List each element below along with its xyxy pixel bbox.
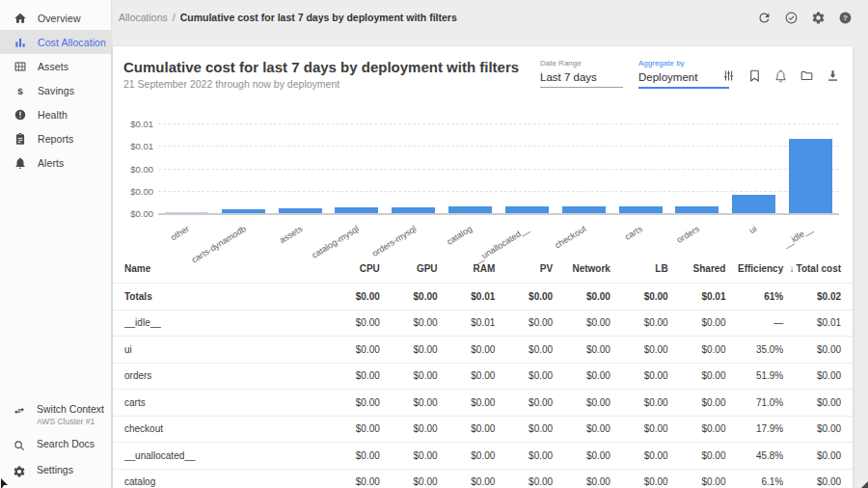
cell-name: checkout (124, 423, 322, 434)
cell-shared: $0.00 (668, 397, 726, 408)
cell-network: $0.00 (553, 317, 610, 328)
x-axis-label-__unallocated__: __unallocated__ (499, 215, 556, 244)
cell-gpu: $0.00 (380, 423, 438, 434)
x-axis-label-__idle__: __idle__ (782, 215, 839, 244)
cell-pv: $0.00 (495, 344, 553, 355)
cell-cpu: $0.00 (322, 423, 380, 434)
x-axis-label-text: catalog (446, 224, 475, 247)
cell-efficiency: 6.1% (725, 476, 783, 487)
column-header-gpu[interactable]: GPU (380, 263, 438, 274)
cell-pv: $0.00 (495, 423, 553, 434)
column-header-ram[interactable]: RAM (438, 263, 496, 274)
check-circle-icon[interactable] (784, 11, 799, 25)
sort-desc-icon: ↓ (790, 263, 795, 274)
column-header-lb[interactable]: LB (610, 263, 668, 274)
x-axis-label-carts-dynamodb: carts-dynamodb (215, 215, 272, 244)
sidebar-item-reports[interactable]: Reports (0, 126, 111, 150)
sidebar-item-label: Savings (38, 85, 74, 96)
cell-lb: $0.00 (610, 450, 668, 461)
bookmark-icon[interactable] (747, 68, 762, 83)
table-row-catalog[interactable]: catalog$0.00$0.00$0.00$0.00$0.00$0.00$0.… (113, 469, 853, 488)
cell-total-cost: $0.01 (783, 317, 841, 328)
cell-name: Totals (124, 291, 322, 302)
help-icon[interactable]: ? (838, 11, 853, 25)
breadcrumb-allocations-link[interactable]: Allocations (119, 12, 168, 23)
bar-ui[interactable] (732, 195, 775, 213)
cell-ram: $0.00 (438, 344, 496, 355)
cost-bar-chart: $0.01$0.01$0.00$0.00$0.00othercarts-dyna… (119, 116, 842, 245)
date-range-select[interactable]: Last 7 days (540, 71, 623, 88)
cell-cpu: $0.00 (322, 450, 380, 461)
column-header-shared[interactable]: Shared (668, 263, 726, 274)
notifications-icon[interactable] (773, 68, 788, 83)
cell-network: $0.00 (553, 450, 610, 461)
bar-carts-dynamodb[interactable] (222, 209, 265, 213)
bar-other[interactable] (165, 212, 208, 213)
alerts-icon (14, 156, 27, 170)
sidebar-item-alerts[interactable]: Alerts (0, 150, 111, 175)
sidebar-item-assets[interactable]: Assets (0, 54, 111, 78)
table-row-ui[interactable]: ui$0.00$0.00$0.00$0.00$0.00$0.00$0.0035.… (113, 336, 853, 363)
column-header-total-cost[interactable]: ↓Total cost (783, 263, 841, 274)
bar-checkout[interactable] (562, 206, 606, 213)
cell-lb: $0.00 (610, 317, 668, 328)
sidebar-item-label: Reports (38, 133, 73, 145)
sidebar-item-savings[interactable]: $Savings (0, 78, 111, 102)
cell-gpu: $0.00 (380, 344, 438, 355)
cell-efficiency: — (725, 317, 783, 328)
table-row-totals[interactable]: Totals$0.00$0.00$0.01$0.00$0.00$0.00$0.0… (113, 283, 853, 310)
cell-network: $0.00 (553, 291, 610, 302)
table-row-__idle__[interactable]: __idle__$0.00$0.00$0.01$0.00$0.00$0.00$0… (113, 310, 853, 337)
bar-orders-mysql[interactable] (392, 207, 435, 213)
bar-__idle__[interactable] (789, 139, 832, 213)
table-row-carts[interactable]: carts$0.00$0.00$0.00$0.00$0.00$0.00$0.00… (113, 389, 853, 416)
cell-pv: $0.00 (495, 370, 553, 381)
gear-icon[interactable] (811, 11, 826, 25)
cell-efficiency: 35.0% (725, 344, 783, 355)
date-range-label: Date Range (540, 59, 623, 68)
search-docs-label: Search Docs (37, 438, 95, 449)
sidebar-item-overview[interactable]: Overview (0, 6, 111, 30)
column-header-pv[interactable]: PV (495, 263, 553, 274)
refresh-icon[interactable] (757, 11, 772, 25)
bar-carts[interactable] (619, 206, 663, 213)
column-header-network[interactable]: Network (553, 263, 610, 274)
bar-assets[interactable] (279, 208, 322, 213)
table-row-orders[interactable]: orders$0.00$0.00$0.00$0.00$0.00$0.00$0.0… (113, 363, 853, 390)
cell-ram: $0.00 (438, 450, 496, 461)
cell-ram: $0.01 (438, 317, 496, 328)
cell-ram: $0.00 (438, 476, 496, 487)
bar-catalog-mysql[interactable] (335, 207, 378, 213)
sidebar-item-cost-allocation[interactable]: Cost Allocation (0, 30, 111, 54)
column-header-efficiency[interactable]: Efficiency (725, 263, 783, 274)
column-header-cpu[interactable]: CPU (322, 263, 380, 274)
search-docs-button[interactable]: Search Docs (0, 432, 111, 458)
aggregate-by-select[interactable]: Deployment (638, 71, 729, 89)
cell-total-cost: $0.00 (783, 476, 841, 487)
folder-icon[interactable] (800, 68, 814, 83)
switch-context-button[interactable]: Switch Context AWS Cluster #1 (0, 397, 111, 432)
settings-button[interactable]: Settings (0, 458, 111, 484)
x-axis-label-checkout: checkout (556, 215, 612, 244)
table-row-__unallocated__[interactable]: __unallocated__$0.00$0.00$0.00$0.00$0.00… (113, 442, 853, 469)
cell-name: carts (124, 397, 322, 408)
bar-orders[interactable] (675, 206, 719, 213)
cursor-artifact (859, 480, 868, 488)
sidebar-footer: Switch Context AWS Cluster #1 Search Doc… (0, 397, 111, 484)
x-axis-label-text: carts (623, 224, 644, 242)
sidebar-item-health[interactable]: Health (0, 102, 111, 126)
x-axis-label-assets: assets (272, 215, 329, 244)
tune-icon[interactable] (721, 68, 736, 83)
download-icon[interactable] (826, 68, 840, 83)
bar-__unallocated__[interactable] (505, 206, 549, 213)
cell-total-cost: $0.00 (783, 370, 841, 381)
cell-pv: $0.00 (495, 317, 553, 328)
sidebar-item-label: Alerts (38, 157, 64, 169)
search-icon (13, 439, 26, 452)
cost-allocation-icon (14, 36, 27, 49)
column-header-name[interactable]: Name (124, 263, 322, 274)
reports-icon (14, 132, 27, 146)
table-row-checkout[interactable]: checkout$0.00$0.00$0.00$0.00$0.00$0.00$0… (113, 416, 853, 443)
x-axis-label-catalog: catalog (442, 215, 499, 244)
bar-catalog[interactable] (448, 206, 492, 213)
